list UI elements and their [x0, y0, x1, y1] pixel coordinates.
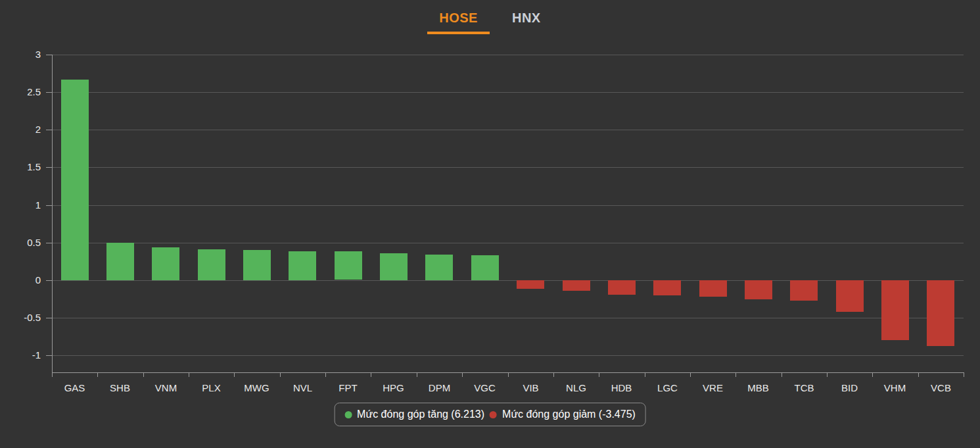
x-axis-label: MWG [234, 382, 279, 394]
x-axis-tick [462, 372, 463, 377]
x-axis-label: VHM [872, 382, 918, 394]
x-axis-tick [690, 372, 691, 377]
bar-mwg[interactable] [243, 250, 271, 280]
bar-nvl[interactable] [289, 251, 316, 280]
legend-item-decrease[interactable]: Mức đóng góp giảm (-3.475) [490, 409, 636, 420]
bar-tcb[interactable] [790, 280, 818, 301]
bar-vib[interactable] [517, 280, 544, 289]
y-axis-label: -0.5 [0, 312, 41, 324]
bar-plx[interactable] [198, 249, 225, 280]
gridline [52, 318, 964, 318]
x-axis-label: LGC [645, 382, 690, 394]
x-axis-tick [964, 372, 964, 377]
x-axis-label: VNM [143, 382, 189, 394]
legend-item-increase[interactable]: Mức đóng góp tăng (6.213) [344, 409, 484, 420]
x-axis-label: VCB [918, 382, 964, 394]
bar-hpg[interactable] [380, 253, 408, 280]
x-axis-label: HDB [599, 382, 644, 394]
gridline [52, 167, 964, 168]
y-axis-tick [46, 92, 52, 93]
bar-vcb[interactable] [927, 280, 954, 346]
x-axis-tick [918, 372, 919, 377]
y-axis-line [52, 55, 53, 372]
bar-shb[interactable] [106, 243, 134, 280]
x-axis-tick [782, 372, 782, 377]
y-axis-tick [46, 355, 52, 356]
x-axis-tick [735, 372, 736, 377]
x-axis-tick [143, 372, 144, 377]
y-axis-label: 3 [0, 49, 41, 61]
x-axis-label: TCB [782, 382, 827, 394]
y-axis-tick [46, 205, 52, 206]
x-axis-label: HPG [371, 382, 416, 394]
x-axis-label: MBB [735, 382, 781, 394]
x-axis-tick [371, 372, 371, 377]
bar-fpt[interactable] [335, 251, 362, 280]
bar-vnm[interactable] [152, 247, 179, 280]
y-axis-label: 1 [0, 199, 41, 211]
x-axis-label: FPT [325, 382, 371, 394]
legend-label-decrease: Mức đóng góp giảm (-3.475) [502, 409, 636, 420]
x-axis-label: VRE [690, 382, 735, 394]
bar-vre[interactable] [699, 280, 727, 297]
x-axis-tick [508, 372, 509, 377]
x-axis-label: NVL [280, 382, 325, 394]
gridline [52, 92, 964, 93]
bar-hdb[interactable] [608, 280, 636, 295]
y-axis-label: -1 [0, 349, 41, 361]
bar-vgc[interactable] [471, 255, 499, 280]
gridline [52, 205, 964, 206]
x-axis-tick [827, 372, 828, 377]
x-axis-tick [645, 372, 645, 377]
y-axis-label: 2 [0, 124, 41, 136]
x-axis-label: PLX [189, 382, 234, 394]
legend: Mức đóng góp tăng (6.213) Mức đóng góp g… [334, 403, 646, 426]
gridline [52, 130, 964, 130]
contribution-chart: 32.521.510.50-0.5-1GASSHBVNMPLXMWGNVLFPT… [0, 0, 980, 448]
y-axis-label: 2.5 [0, 86, 41, 98]
gridline [52, 243, 964, 243]
x-axis-tick [280, 372, 281, 377]
x-axis-tick [234, 372, 235, 377]
x-axis-label: BID [827, 382, 872, 394]
x-axis-label: DPM [417, 382, 462, 394]
legend-label-increase: Mức đóng góp tăng (6.213) [357, 409, 484, 420]
bar-mbb[interactable] [745, 280, 772, 299]
x-axis-label: GAS [52, 382, 97, 394]
y-axis-tick [46, 243, 52, 243]
x-axis-tick [553, 372, 554, 377]
bar-lgc[interactable] [653, 280, 681, 295]
y-axis-label: 0.5 [0, 237, 41, 249]
y-axis-tick [46, 318, 52, 318]
x-axis-tick [417, 372, 417, 377]
x-axis-label: VIB [508, 382, 553, 394]
y-axis-tick [46, 55, 52, 55]
bar-vhm[interactable] [881, 280, 909, 340]
bar-gas[interactable] [61, 80, 89, 280]
y-axis-label: 1.5 [0, 161, 41, 173]
x-axis-tick [97, 372, 98, 377]
x-axis-line [52, 372, 964, 373]
x-axis-tick [189, 372, 189, 377]
x-axis-label: VGC [462, 382, 507, 394]
y-axis-tick [46, 280, 52, 281]
bar-bid[interactable] [836, 280, 864, 312]
gridline [52, 355, 964, 356]
increase-dot-icon [344, 411, 352, 418]
x-axis-tick [325, 372, 326, 377]
decrease-dot-icon [490, 411, 497, 418]
y-axis-tick [46, 130, 52, 130]
bar-nlg[interactable] [563, 280, 590, 291]
x-axis-label: NLG [553, 382, 599, 394]
gridline [52, 280, 964, 281]
x-axis-label: SHB [97, 382, 143, 394]
y-axis-label: 0 [0, 274, 41, 286]
gridline [52, 55, 964, 55]
x-axis-tick [52, 372, 53, 377]
x-axis-tick [872, 372, 873, 377]
x-axis-tick [599, 372, 599, 377]
y-axis-tick [46, 167, 52, 168]
bar-dpm[interactable] [425, 255, 453, 280]
